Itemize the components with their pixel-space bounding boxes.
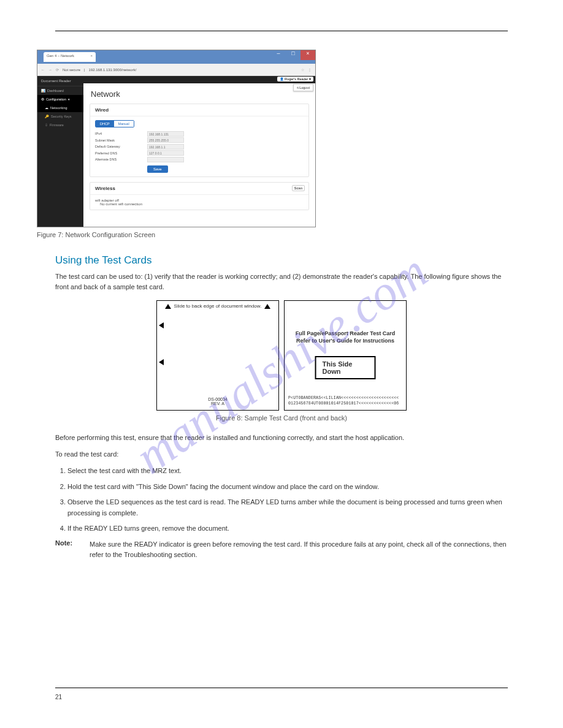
close-window-icon[interactable]: × — [301, 50, 315, 60]
screenshot-network-config: Gen 4 – Network× – □ × ← → ⟳ Not secure … — [37, 50, 316, 227]
browser-tabbar: Gen 4 – Network× – □ × — [37, 50, 315, 64]
section-heading: Using the Test Cards — [55, 254, 508, 267]
chevron-down-icon: ▾ — [68, 97, 70, 101]
scan-button[interactable]: Scan — [292, 185, 305, 191]
ipv4-label: IPv4 — [95, 132, 147, 135]
alt-dns-label: Alternate DNS — [95, 157, 147, 161]
wireless-note: No current wifi connection — [95, 202, 304, 206]
sidebar: Document Reader 📊Dashboard ⚙Configuratio… — [37, 76, 83, 227]
back-line1: Full Page/ePassport Reader Test Card — [296, 330, 395, 336]
main-panel: 👤 Roger's Reader ▾ ⎋ Logout Network Wire… — [83, 76, 315, 227]
mrz-line-1: P<UTOBANDERAS<<LILIAN<<<<<<<<<<<<<<<<<<<… — [288, 396, 399, 400]
sidebar-item-dashboard[interactable]: 📊Dashboard — [37, 86, 83, 95]
step-4: If the READY LED turns green, remove the… — [67, 523, 508, 534]
logout-menu-item[interactable]: ⎋ Logout — [293, 84, 313, 91]
pref-dns-label: Preferred DNS — [95, 151, 147, 155]
wireless-panel: WirelessScan wifi adapter off No current… — [90, 182, 309, 210]
security-label: Not secure — [63, 68, 80, 72]
wireless-heading: WirelessScan — [90, 183, 308, 195]
browser-tab[interactable]: Gen 4 – Network× — [44, 52, 96, 62]
front-top-text: Slide to back edge of document window. — [174, 303, 262, 309]
pref-dns-input[interactable]: 127.0.0.1 — [147, 150, 184, 156]
front-ds-code: DS-00034 — [208, 397, 228, 401]
save-button[interactable]: Save — [147, 165, 168, 173]
sidebar-item-security-keys[interactable]: 🔑Security Keys — [37, 112, 83, 121]
body-p2: To read the test card: — [55, 449, 508, 460]
figure-7-caption: Figure 7: Network Configuration Screen — [37, 231, 508, 238]
dhcp-option[interactable]: DHCP — [96, 121, 114, 127]
minimize-icon[interactable]: – — [271, 50, 286, 60]
tab-title: Gen 4 – Network — [47, 54, 74, 58]
subnet-label: Subnet Mask — [95, 138, 147, 142]
reload-icon[interactable]: ⟳ — [56, 67, 59, 72]
page-number: 21 — [55, 694, 62, 700]
arrow-up-icon — [165, 304, 171, 309]
gateway-input[interactable]: 192.168.1.1 — [147, 144, 184, 150]
note-row: Note: Make sure the READY indicator is g… — [55, 539, 508, 559]
maximize-icon[interactable]: □ — [286, 50, 301, 60]
back-line2: Refer to User's Guide for Instructions — [296, 338, 394, 344]
steps-list: Select the test card with the MRZ text. … — [55, 466, 508, 534]
body-p1: Before performing this test, ensure that… — [55, 433, 508, 443]
sidebar-item-networking[interactable]: ☁Networking — [37, 104, 83, 112]
section-intro: The test card can be used to: (1) verify… — [55, 271, 508, 292]
address-bar: ← → ⟳ Not secure | 192.168.1.131:3000/ne… — [37, 64, 315, 76]
test-card-figures: Slide to back edge of document window. D… — [55, 300, 508, 411]
sidebar-item-configuration[interactable]: ⚙Configuration▾ — [37, 95, 83, 104]
forward-icon[interactable]: → — [48, 68, 52, 72]
test-card-front: Slide to back edge of document window. D… — [156, 300, 279, 411]
window-buttons: – □ × — [271, 50, 315, 60]
page-title: Network — [83, 83, 315, 104]
step-3: Observe the LED sequences as the test ca… — [67, 497, 508, 518]
alt-dns-input[interactable] — [147, 157, 184, 162]
figure-8-caption: Figure 8: Sample Test Card (front and ba… — [55, 414, 508, 422]
wired-panel: Wired DHCP Manual IPv4192.168.1.131 Subn… — [90, 104, 309, 177]
dhcp-manual-toggle[interactable]: DHCP Manual — [95, 120, 134, 127]
app-brand: Document Reader — [37, 76, 83, 86]
arrow-up-icon — [264, 304, 270, 309]
wired-heading: Wired — [90, 104, 308, 116]
user-menu-button[interactable]: 👤 Roger's Reader ▾ — [277, 77, 313, 82]
mrz-line-2: 0123456784UT08001014F2501017<<<<<<<<<<<<… — [288, 401, 399, 406]
gateway-label: Default Gateway — [95, 145, 147, 148]
manual-option[interactable]: Manual — [114, 121, 134, 127]
arrow-left-icon — [159, 322, 164, 328]
front-rev: REV. A — [211, 401, 224, 406]
arrow-left-icon — [159, 359, 164, 365]
note-body: Make sure the READY indicator is green b… — [90, 539, 508, 559]
test-card-back: Full Page/ePassport Reader Test CardRefe… — [284, 300, 407, 411]
back-icon[interactable]: ← — [41, 68, 45, 72]
url-text[interactable]: 192.168.1.131:3000/network/ — [89, 68, 297, 72]
step-2: Hold the test card with "This Side Down"… — [67, 482, 508, 493]
close-icon[interactable]: × — [90, 54, 93, 58]
this-side-down-box: This Side Down — [315, 356, 376, 379]
top-rule — [55, 31, 508, 31]
step-1: Select the test card with the MRZ text. — [67, 466, 508, 477]
bookmark-icon[interactable]: ☆ — [301, 67, 304, 72]
ipv4-input[interactable]: 192.168.1.131 — [147, 131, 184, 137]
note-label: Note: — [55, 539, 80, 559]
bottom-rule — [55, 688, 508, 688]
sidebar-item-firmware[interactable]: ⇩Firmware — [37, 121, 83, 129]
menu-icon[interactable]: ⋮ — [308, 67, 312, 72]
subnet-input[interactable]: 255.255.255.0 — [147, 137, 184, 143]
